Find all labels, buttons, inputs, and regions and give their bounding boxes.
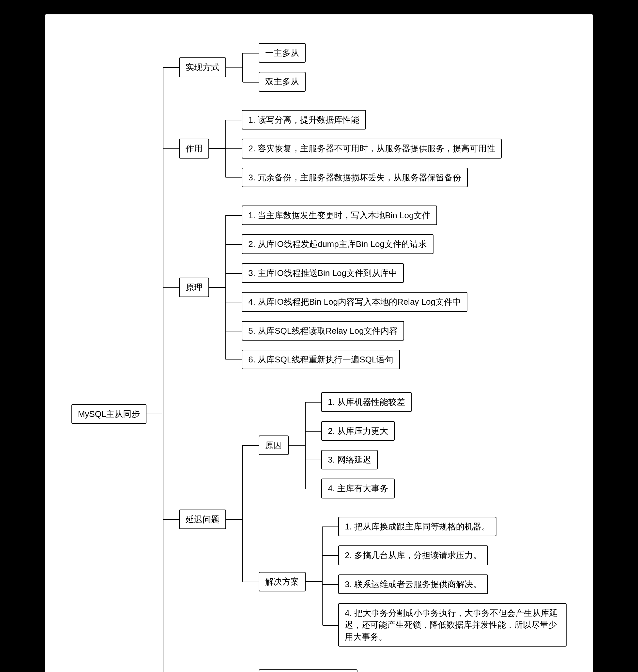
impl-item-0: 一主多从 bbox=[259, 43, 306, 63]
principle-item-3: 4. 从库IO线程把Bin Log内容写入本地的Relay Log文件中 bbox=[242, 292, 467, 312]
mindmap: MySQL主从同步 实现方式 一主多从 双主多从 bbox=[71, 34, 567, 672]
performance-children: 1. 从库开启多线程复制 2. 修改同步模式，改为异步 3. 修改从库Bin L… bbox=[242, 665, 538, 672]
implementation-children: 一主多从 双主多从 bbox=[242, 38, 306, 96]
node-purpose: 作用 bbox=[179, 139, 209, 158]
principle-item-0: 1. 当主库数据发生变更时，写入本地Bin Log文件 bbox=[242, 205, 437, 225]
principle-item-4: 5. 从库SQL线程读取Relay Log文件内容 bbox=[242, 321, 404, 340]
principle-children: 1. 当主库数据发生变更时，写入本地Bin Log文件 2. 从库IO线程发起d… bbox=[225, 201, 467, 374]
cause-item-1: 2. 从库压力更大 bbox=[321, 421, 395, 441]
delay-children: 原因 1. 从库机器性能较差 2. 从库压力更大 3. 网络延迟 4. 主库有大… bbox=[242, 383, 567, 656]
cause-item-3: 4. 主库有大事务 bbox=[321, 478, 395, 498]
solution-item-2: 3. 联系运维或者云服务提供商解决。 bbox=[338, 574, 488, 594]
purpose-item-2: 3. 冗余备份，主服务器数据损坏丢失，从服务器保留备份 bbox=[242, 168, 468, 187]
delay-solution-children: 1. 把从库换成跟主库同等规格的机器。 2. 多搞几台从库，分担读请求压力。 3… bbox=[322, 512, 567, 651]
node-delay-solution: 解决方案 bbox=[259, 572, 306, 591]
purpose-children: 1. 读写分离，提升数据库性能 2. 容灾恢复，主服务器不可用时，从服务器提供服… bbox=[225, 105, 502, 192]
root-children: 实现方式 一主多从 双主多从 作用 1. 读 bbox=[163, 34, 567, 672]
principle-item-2: 3. 主库IO线程推送Bin Log文件到从库中 bbox=[242, 263, 404, 283]
purpose-item-0: 1. 读写分离，提升数据库性能 bbox=[242, 110, 366, 130]
perf-item-0: 1. 从库开启多线程复制 bbox=[259, 669, 357, 672]
node-implementation: 实现方式 bbox=[179, 57, 226, 77]
root-node: MySQL主从同步 bbox=[71, 404, 147, 424]
delay-cause-children: 1. 从库机器性能较差 2. 从库压力更大 3. 网络延迟 4. 主库有大事务 bbox=[305, 388, 412, 503]
diagram-canvas: MySQL主从同步 实现方式 一主多从 双主多从 bbox=[44, 13, 594, 672]
node-delay-cause: 原因 bbox=[259, 436, 289, 455]
solution-item-0: 1. 把从库换成跟主库同等规格的机器。 bbox=[338, 517, 497, 536]
purpose-item-1: 2. 容灾恢复，主服务器不可用时，从服务器提供服务，提高可用性 bbox=[242, 139, 502, 158]
solution-item-1: 2. 多搞几台从库，分担读请求压力。 bbox=[338, 545, 488, 565]
cause-item-2: 3. 网络延迟 bbox=[321, 450, 378, 469]
impl-item-1: 双主多从 bbox=[259, 72, 306, 91]
solution-item-3: 4. 把大事务分割成小事务执行，大事务不但会产生从库延迟，还可能产生死锁，降低数… bbox=[338, 603, 567, 646]
node-delay: 延迟问题 bbox=[179, 509, 226, 529]
node-principle: 原理 bbox=[179, 278, 209, 297]
principle-item-5: 6. 从库SQL线程重新执行一遍SQL语句 bbox=[242, 350, 400, 369]
principle-item-1: 2. 从库IO线程发起dump主库Bin Log文件的请求 bbox=[242, 234, 434, 254]
cause-item-0: 1. 从库机器性能较差 bbox=[321, 392, 412, 412]
